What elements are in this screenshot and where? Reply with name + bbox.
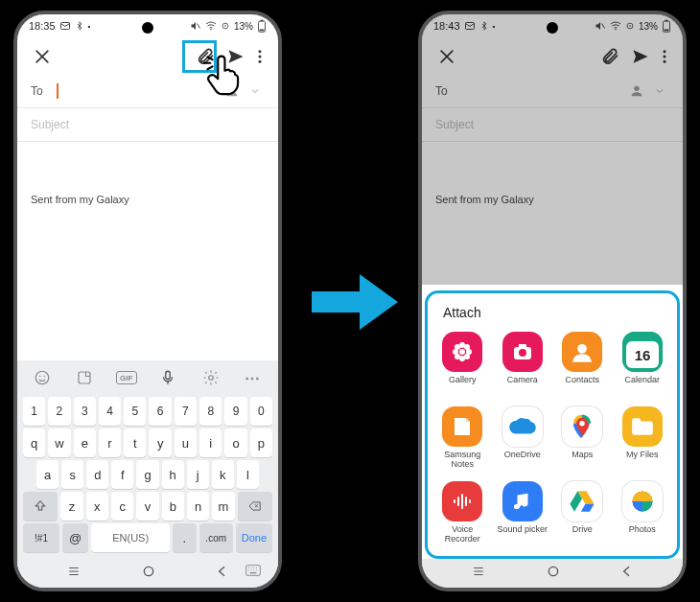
attach-option-voice[interactable]: Voice Recorder xyxy=(433,477,492,548)
attach-icon[interactable] xyxy=(595,41,625,72)
key-n[interactable]: n xyxy=(187,492,209,521)
key-7[interactable]: 7 xyxy=(175,397,197,426)
sticker-icon[interactable] xyxy=(73,366,96,389)
key-f[interactable]: f xyxy=(111,460,133,489)
key-space[interactable]: EN(US) xyxy=(91,523,170,552)
settings-icon[interactable] xyxy=(199,366,222,389)
key-1[interactable]: 1 xyxy=(23,397,45,426)
email-body[interactable]: Sent from my Galaxy xyxy=(17,142,278,360)
key-u[interactable]: u xyxy=(175,428,197,457)
key-q[interactable]: q xyxy=(23,428,45,457)
attach-option-soundpicker[interactable]: Sound picker xyxy=(494,477,552,548)
key-symbols[interactable]: !#1 xyxy=(23,523,59,552)
key-9[interactable]: 9 xyxy=(224,397,246,426)
gif-icon[interactable]: GIF xyxy=(116,371,137,384)
nav-back-icon[interactable] xyxy=(215,564,230,583)
attach-option-maps[interactable]: Maps xyxy=(553,403,612,474)
more-icon[interactable] xyxy=(251,41,268,72)
contacts-picker-icon[interactable] xyxy=(625,80,648,103)
key-2[interactable]: 2 xyxy=(48,397,70,426)
key-backspace[interactable] xyxy=(238,492,272,521)
key-m[interactable]: m xyxy=(212,492,234,521)
key-com[interactable]: .com xyxy=(199,523,233,552)
svg-point-25 xyxy=(253,567,254,568)
attach-option-label: Drive xyxy=(572,525,593,544)
svg-rect-65 xyxy=(461,494,463,509)
nav-home-icon[interactable] xyxy=(141,564,156,583)
attach-option-drive[interactable]: Drive xyxy=(553,477,612,548)
key-j[interactable]: j xyxy=(187,460,209,489)
mic-icon[interactable] xyxy=(156,366,179,389)
key-5[interactable]: 5 xyxy=(124,397,146,426)
svg-point-28 xyxy=(250,569,251,570)
expand-icon[interactable] xyxy=(650,85,669,97)
svg-point-24 xyxy=(250,567,251,568)
key-4[interactable]: 4 xyxy=(99,397,121,426)
attach-icon[interactable] xyxy=(190,41,221,72)
key-k[interactable]: k xyxy=(212,460,234,489)
phone-attach-sheet: 18:43 • 13% To Subject Sent fr xyxy=(418,11,687,591)
key-z[interactable]: z xyxy=(60,492,82,521)
close-icon[interactable] xyxy=(27,41,58,72)
key-t[interactable]: t xyxy=(124,428,146,457)
to-label: To xyxy=(31,84,43,98)
attach-option-camera[interactable]: Camera xyxy=(494,328,552,399)
key-b[interactable]: b xyxy=(162,492,184,521)
attach-option-calendar[interactable]: 16Calendar xyxy=(614,328,672,399)
key-o[interactable]: o xyxy=(224,428,246,457)
svg-point-36 xyxy=(629,25,631,27)
nav-home-icon[interactable] xyxy=(546,564,561,583)
key-period[interactable]: . xyxy=(173,523,197,552)
key-c[interactable]: c xyxy=(111,492,133,521)
send-icon[interactable] xyxy=(625,41,656,72)
attach-option-notes[interactable]: Samsung Notes xyxy=(433,403,492,474)
key-x[interactable]: x xyxy=(86,492,108,521)
status-battery-pct: 13% xyxy=(639,21,658,32)
key-l[interactable]: l xyxy=(237,460,259,489)
key-d[interactable]: d xyxy=(86,460,108,489)
attach-option-onedrive[interactable]: OneDrive xyxy=(494,403,552,474)
sheet-title: Attach xyxy=(433,303,671,328)
key-shift[interactable] xyxy=(23,492,58,521)
to-field[interactable]: To xyxy=(422,74,683,108)
svg-point-34 xyxy=(615,29,617,31)
key-e[interactable]: e xyxy=(74,428,96,457)
attach-option-contacts[interactable]: Contacts xyxy=(553,328,612,399)
key-0[interactable]: 0 xyxy=(250,397,272,426)
nav-back-icon[interactable] xyxy=(619,564,635,583)
phone-compose: 18:35 • 13% To Subject xyxy=(13,11,282,591)
key-6[interactable]: 6 xyxy=(149,397,171,426)
key-y[interactable]: y xyxy=(149,428,171,457)
key-h[interactable]: h xyxy=(162,460,184,489)
nav-recents-icon[interactable] xyxy=(65,565,82,582)
kbd-more-icon[interactable]: ⋯ xyxy=(242,366,265,389)
contacts-picker-icon[interactable] xyxy=(221,80,244,103)
key-g[interactable]: g xyxy=(136,460,158,489)
key-3[interactable]: 3 xyxy=(74,397,96,426)
key-i[interactable]: i xyxy=(199,428,222,457)
send-icon[interactable] xyxy=(221,41,251,72)
nav-recents-icon[interactable] xyxy=(470,565,487,582)
key-s[interactable]: s xyxy=(61,460,83,489)
svg-point-49 xyxy=(455,344,460,350)
key-v[interactable]: v xyxy=(136,492,158,521)
key-p[interactable]: p xyxy=(250,428,272,457)
attach-option-myfiles[interactable]: My Files xyxy=(614,403,672,474)
more-icon[interactable] xyxy=(656,41,673,72)
key-r[interactable]: r xyxy=(99,428,121,457)
attach-option-gallery[interactable]: Gallery xyxy=(433,328,492,399)
key-a[interactable]: a xyxy=(36,460,58,489)
kbd-switch-icon[interactable] xyxy=(245,563,261,580)
attach-option-photos[interactable]: Photos xyxy=(614,477,672,548)
emoji-icon[interactable] xyxy=(31,366,54,389)
key-done[interactable]: Done xyxy=(236,523,272,552)
expand-icon[interactable] xyxy=(245,85,265,97)
subject-field[interactable]: Subject xyxy=(17,108,278,142)
close-icon[interactable] xyxy=(432,41,462,72)
subject-field[interactable]: Subject xyxy=(422,108,683,142)
key-w[interactable]: w xyxy=(48,428,70,457)
key-at[interactable]: @ xyxy=(62,523,88,552)
key-8[interactable]: 8 xyxy=(199,397,222,426)
to-field[interactable]: To xyxy=(17,74,278,108)
status-bt-icon xyxy=(479,21,489,31)
